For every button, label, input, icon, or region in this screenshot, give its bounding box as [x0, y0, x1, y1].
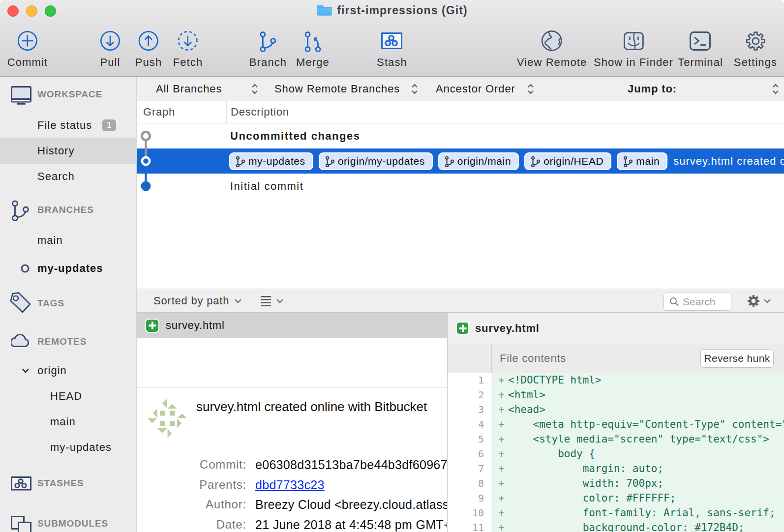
window-title: first-impressions (Git) — [0, 4, 784, 17]
actions-dropdown[interactable] — [746, 289, 771, 313]
toolbar-button-branch[interactable]: Branch — [249, 29, 287, 69]
toolbar-button-stash[interactable]: Stash — [377, 29, 407, 69]
search-field[interactable] — [663, 293, 731, 311]
diff-code-text: <head> — [508, 402, 545, 417]
folder-icon — [316, 4, 337, 17]
toolbar-button-fetch[interactable]: Fetch — [173, 29, 203, 69]
branches-icon — [11, 199, 30, 222]
commit-row-selected[interactable]: my-updatesorigin/my-updatesorigin/mainor… — [137, 148, 784, 174]
reverse-hunk-button[interactable]: Reverse hunk — [700, 349, 774, 368]
commit-row[interactable]: Initial commit — [137, 174, 784, 199]
diff-code-text: <html> — [508, 387, 545, 402]
toolbar-button-terminal[interactable]: Terminal — [678, 29, 723, 69]
file-list-pane: survey.html survey.html created online w… — [137, 313, 448, 532]
commit-row[interactable]: Uncommitted changes — [137, 123, 784, 148]
filter-dropdown-show-remote-branches[interactable]: Show Remote Branches — [274, 77, 400, 101]
file-name: survey.html — [166, 319, 225, 332]
view-options-dropdown[interactable] — [260, 289, 284, 313]
diff-code-text: width: 700px; — [508, 476, 663, 491]
search-icon — [669, 296, 680, 307]
toolbar-button-push[interactable]: Push — [135, 29, 162, 69]
sidebar-section-submodules[interactable]: SUBMODULES — [0, 511, 137, 532]
toolbar-button-merge[interactable]: Merge — [296, 29, 330, 69]
file-row[interactable]: survey.html — [137, 313, 448, 338]
branch-pill[interactable]: origin/my-updates — [319, 152, 433, 170]
diff-lines: 1+<!DOCTYPE html>2+<html>3+<head>4+ <met… — [448, 373, 784, 532]
diff-code-text: <style media="screen" type="text/css"> — [508, 432, 769, 446]
author-avatar — [148, 399, 187, 440]
sort-updown-icon — [411, 83, 418, 95]
toolbar-button-show-in-finder[interactable]: Show in Finder — [594, 29, 673, 69]
branch-pill[interactable]: origin/HEAD — [524, 152, 611, 170]
sidebar-item-my-updates[interactable]: my-updates — [0, 256, 137, 281]
filter-dropdown-stepper[interactable] — [251, 77, 258, 101]
hunk-title: File contents — [500, 344, 566, 373]
toolbar-button-label: Settings — [734, 56, 777, 69]
jump-to-stepper[interactable] — [772, 77, 779, 101]
sidebar: WORKSPACEFile status1HistorySearchBRANCH… — [0, 77, 137, 532]
sidebar-item-label: origin — [37, 364, 67, 377]
sidebar-item-search[interactable]: Search — [0, 164, 137, 189]
search-input[interactable] — [683, 296, 727, 308]
column-header-graph[interactable]: Graph — [143, 101, 175, 123]
detail-field: Author:Breezy Cloud <breezy.cloud.atlass… — [137, 498, 448, 511]
diff-line: 6+ body { — [448, 446, 784, 461]
toolbar-button-commit[interactable]: Commit — [7, 29, 48, 69]
diff-line-number: 2 — [448, 387, 491, 402]
column-header-description[interactable]: Description — [231, 101, 289, 123]
diff-line: 2+<html> — [448, 387, 784, 402]
sidebar-item-head[interactable]: HEAD — [0, 384, 137, 409]
diff-code-text: <!DOCTYPE html> — [508, 373, 602, 387]
filter-dropdown-all-branches[interactable]: All Branches — [156, 77, 222, 101]
filter-dropdown-ancestor-order[interactable]: Ancestor Order — [436, 77, 515, 101]
list-icon — [260, 295, 271, 307]
sidebar-item-origin[interactable]: origin — [0, 358, 137, 384]
sidebar-section-label: BRANCHES — [37, 205, 94, 215]
diff-added-sign: + — [498, 505, 505, 520]
sidebar-item-history[interactable]: History — [0, 138, 137, 164]
diff-line: 1+<!DOCTYPE html> — [448, 373, 784, 387]
submodules-icon — [11, 516, 31, 532]
sidebar-item-label: HEAD — [50, 390, 82, 403]
diff-added-sign: + — [498, 491, 505, 505]
branch-pill[interactable]: main — [617, 152, 667, 170]
sidebar-item-my-updates[interactable]: my-updates — [0, 435, 137, 460]
sidebar-section-stashes[interactable]: STASHES — [0, 471, 137, 496]
toolbar-button-pull[interactable]: Pull — [99, 29, 121, 69]
terminal-icon — [690, 31, 711, 51]
parent-commit-link[interactable]: dbd7733c23 — [255, 478, 325, 492]
sidebar-section-remotes[interactable]: REMOTES — [0, 329, 137, 355]
table-header: GraphDescription — [137, 101, 784, 123]
gear-icon — [746, 294, 761, 308]
toolbar-button-settings[interactable]: Settings — [734, 29, 777, 69]
current-branch-icon — [20, 263, 30, 274]
commit-summary: survey.html created online with Bitbucke… — [196, 399, 448, 414]
pull-icon — [99, 30, 121, 52]
toolbar-button-label: Commit — [7, 56, 48, 69]
branch-pill[interactable]: origin/main — [438, 152, 519, 170]
sidebar-section-branches[interactable]: BRANCHES — [0, 197, 137, 223]
commit-description: Uncommitted changes — [230, 130, 360, 143]
jump-to-label[interactable]: Jump to: — [628, 77, 677, 101]
tags-icon — [10, 292, 30, 313]
commit-description: survey.html created online with Bitbucke… — [673, 155, 784, 168]
filter-dropdown-stepper[interactable] — [527, 77, 534, 101]
bottom-panes: survey.html survey.html created online w… — [137, 313, 784, 532]
diff-code-text: margin: auto; — [508, 461, 663, 476]
sidebar-item-file-status[interactable]: File status1 — [0, 113, 137, 138]
filter-dropdown-label: All Branches — [156, 83, 222, 95]
toolbar-button-view-remote[interactable]: View Remote — [517, 29, 587, 69]
toolbar-button-label: Fetch — [173, 56, 203, 69]
sidebar-item-main[interactable]: main — [0, 409, 137, 435]
branch-pill[interactable]: my-updates — [229, 152, 313, 170]
sidebar-item-main[interactable]: main — [0, 228, 137, 253]
diff-added-sign: + — [498, 520, 505, 532]
filter-dropdown-stepper[interactable] — [411, 77, 418, 101]
diff-code-text: <meta http-equiv="Content-Type" content=… — [508, 417, 784, 432]
sort-dropdown[interactable]: Sorted by path — [153, 289, 242, 313]
merge-icon — [304, 30, 321, 52]
toolbar-button-label: Pull — [99, 56, 121, 69]
diff-file-header[interactable]: survey.html — [448, 313, 784, 344]
sidebar-section-workspace[interactable]: WORKSPACE — [0, 82, 137, 107]
sidebar-section-tags[interactable]: TAGS — [0, 291, 137, 316]
